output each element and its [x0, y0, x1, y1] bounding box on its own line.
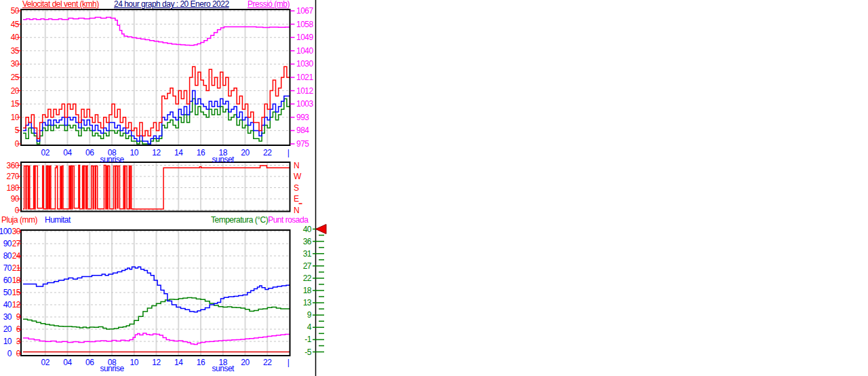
humidity-tick-label: 100 [0, 227, 12, 236]
humidity-temperature-chart [21, 230, 290, 356]
axis-end-mark: | [285, 358, 292, 366]
wind-tick-label: 30 [11, 60, 19, 68]
pressure-tick-label: 1003 [296, 100, 313, 108]
temperature-tick-label: 18 [303, 286, 311, 295]
temperature-tick-label: 36 [303, 238, 311, 246]
rain-tick-label: 0 [16, 350, 20, 358]
wind-direction-chart [21, 162, 290, 212]
hour-label: 02 [39, 149, 52, 157]
weather-graph-page: Velocitat del vent (kmh) 24 hour graph d… [0, 0, 868, 376]
humidity-tick-label: 20 [3, 325, 12, 333]
compass-label: S [294, 184, 299, 192]
pressure-tick-label: 1049 [296, 33, 313, 41]
hour-label: 12 [150, 149, 163, 157]
rain-tick-label: 15 [12, 288, 20, 297]
wind-tick-label: 15 [11, 100, 19, 108]
pressure-tick-label: 1030 [296, 60, 313, 68]
direction-tick-label: 270 [6, 172, 19, 181]
sunset-label: sunset [203, 155, 243, 164]
rain-tick-label: 18 [12, 276, 20, 284]
rain-tick-label: 6 [16, 325, 20, 333]
direction-tick-label: 180 [6, 184, 19, 192]
temperature-tick-label: 31 [303, 250, 311, 258]
humidity-tick-label: 30 [3, 313, 12, 321]
hour-label: 22 [260, 358, 274, 366]
pressure-tick-label: 1040 [296, 47, 313, 55]
wind-axis-title: Velocitat del vent (kmh) [22, 0, 99, 9]
hour-label: 02 [39, 358, 52, 366]
hour-label: 22 [260, 149, 274, 157]
pressure-tick-label: 1021 [296, 73, 313, 81]
pressure-tick-label: 993 [296, 113, 309, 121]
sunset-label: sunset [203, 364, 243, 373]
wind-tick-label: 5 [15, 126, 19, 134]
temperature-tick-label: -5 [304, 348, 311, 356]
compass-label: N [294, 206, 299, 214]
humidity-tick-label: 0 [7, 350, 12, 358]
pressure-tick-label: 1058 [296, 20, 313, 29]
rain-tick-label: 12 [12, 301, 20, 309]
pressure-tick-label: 984 [296, 126, 309, 134]
temperature-tick-label: 4 [307, 323, 311, 331]
humidity-axis-title: Humitat [45, 216, 71, 225]
temp-marker-arrow-icon [316, 225, 327, 234]
compass-label: E [294, 195, 299, 203]
sunrise-label: sunrise [92, 155, 132, 164]
humidity-tick-label: 80 [3, 252, 12, 260]
wind-tick-label: 45 [11, 20, 19, 29]
rain-tick-label: 3 [16, 337, 20, 345]
temperature-tick-label: 22 [303, 274, 311, 282]
pressure-tick-label: 975 [296, 140, 309, 148]
wind-tick-label: 10 [11, 113, 19, 121]
humidity-tick-label: 70 [3, 264, 12, 272]
wind-tick-label: 25 [11, 73, 19, 81]
sunrise-label: sunrise [92, 364, 132, 373]
direction-tick-label: 360 [6, 162, 19, 170]
hour-label: 14 [172, 149, 185, 157]
temperature-axis-title: Temperatura (°C) [211, 216, 268, 225]
direction-tick-label: 90 [11, 195, 19, 203]
rain-tick-label: 9 [16, 313, 20, 321]
humidity-tick-label: 90 [3, 240, 12, 248]
rain-tick-label: 27 [12, 240, 20, 248]
temperature-tick-label: 40 [303, 225, 311, 233]
compass-label: N [294, 162, 299, 170]
temperature-tick-label: -1 [304, 335, 311, 343]
wind-tick-label: 35 [11, 47, 19, 55]
hour-label: 14 [172, 358, 185, 366]
rain-tick-label: 30 [12, 227, 20, 236]
hour-label: 04 [61, 358, 75, 366]
wind-tick-label: 50 [11, 7, 19, 15]
axis-end-mark: | [285, 149, 292, 157]
temperature-tick-label: 27 [303, 262, 311, 270]
humidity-tick-label: 40 [3, 301, 12, 309]
humidity-tick-label: 50 [3, 288, 12, 297]
pressure-tick-label: 1067 [296, 7, 313, 15]
compass-label: W [294, 172, 301, 181]
humidity-tick-label: 10 [3, 337, 12, 345]
page-title: 24 hour graph day : 20 Enero 2022 [114, 0, 229, 9]
humidity-tick-label: 60 [3, 276, 12, 284]
wind-tick-label: 20 [11, 87, 19, 95]
wind-tick-label: 40 [11, 33, 19, 41]
rain-axis-title: Pluja (mm) [1, 216, 37, 225]
wind-pressure-chart [21, 10, 290, 145]
pressure-axis-title: Pressió (mb) [248, 0, 290, 9]
direction-tick-label: 0 [15, 206, 19, 214]
rain-tick-label: 21 [12, 264, 20, 272]
hour-label: 12 [150, 358, 163, 366]
hour-label: 04 [61, 149, 75, 157]
dewpoint-axis-title: Punt rosada [268, 216, 308, 225]
temperature-tick-label: 9 [307, 311, 311, 319]
wind-tick-label: 0 [15, 140, 19, 148]
rain-tick-label: 24 [12, 252, 20, 260]
temperature-tick-label: 13 [303, 299, 311, 307]
pressure-tick-label: 1012 [296, 87, 313, 95]
